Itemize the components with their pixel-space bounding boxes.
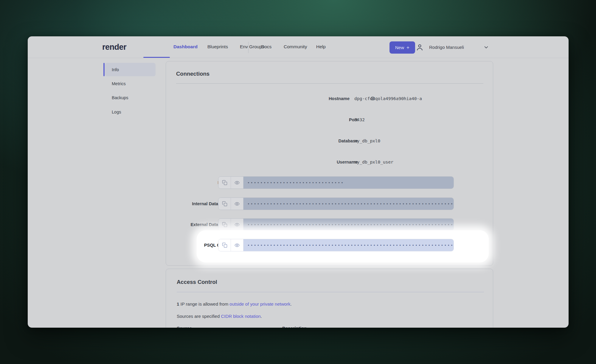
nav-link-docs[interactable]: Docs [261, 44, 271, 49]
cidr-notation-link[interactable]: CIDR block notation [221, 314, 260, 319]
copy-button[interactable] [218, 239, 231, 251]
render-logo[interactable]: render [102, 43, 126, 52]
field-label: Database [285, 139, 358, 143]
copy-button[interactable] [218, 198, 231, 210]
private-network-link[interactable]: outside of your private network [229, 301, 290, 307]
sidebar-item-label: Logs [112, 110, 121, 114]
nav-tab-dashboard[interactable]: Dashboard [173, 44, 198, 49]
psql-command-masked-value: ••••••••••••••••••••••••••••••••••••••••… [243, 239, 454, 251]
eye-icon-button[interactable] [231, 198, 243, 210]
field-label: Port [285, 117, 358, 122]
ip-range-text: 1 IP range is allowed from outside of yo… [177, 301, 292, 307]
copy-button[interactable] [218, 177, 231, 189]
nav-divider [248, 42, 249, 53]
field-value: 5432 [354, 117, 365, 122]
password-masked-value: •••••••••••••••••••••••••••••• [243, 177, 454, 189]
nav-tab-env-groups[interactable]: Env Groups [240, 44, 264, 49]
nav-link-help[interactable]: Help [316, 44, 326, 49]
psql-command-control: ••••••••••••••••••••••••••••••••••••••••… [218, 239, 454, 251]
field-value: dpg-cfd8qola4996a90hia40-a [354, 96, 422, 101]
eye-icon-button[interactable] [231, 239, 243, 251]
access-control-title: Access Control [177, 279, 217, 285]
user-icon [416, 43, 424, 51]
sidebar-item-label: Metrics [112, 81, 126, 86]
app-window: render Dashboard Blueprints Env Groups D… [28, 36, 569, 328]
nav-tab-blueprints[interactable]: Blueprints [207, 44, 228, 49]
sidebar-item-backups[interactable]: Backups [105, 91, 156, 104]
source-column-header: Source [177, 326, 192, 328]
user-menu-name[interactable]: Rodrigo Mansueli [429, 45, 464, 50]
plus-icon: + [406, 45, 409, 51]
new-button-label: New [395, 45, 404, 50]
field-value: my_db_pxl0_user [354, 160, 393, 164]
internal-url-masked-value: ••••••••••••••••••••••••••••••••••••••••… [243, 198, 454, 210]
nav-link-community[interactable]: Community [284, 44, 307, 49]
sources-text: Sources are specified CIDR block notatio… [177, 314, 262, 319]
desktop-background: { "nav": { "logo": "render", "links": [ … [0, 0, 596, 364]
eye-icon-button[interactable] [231, 219, 243, 231]
sidebar-item-logs[interactable]: Logs [105, 105, 156, 119]
active-tab-indicator [143, 57, 170, 58]
sidebar-active-indicator [103, 63, 105, 76]
external-url-masked-value: ••••••••••••••••••••••••••••••••••••••••… [243, 219, 454, 231]
sidebar-item-label: Info [112, 67, 119, 72]
new-button[interactable]: New+ [389, 41, 415, 54]
sidebar-item-label: Backups [112, 95, 128, 100]
top-navigation: render Dashboard Blueprints Env Groups D… [28, 36, 569, 58]
access-control-divider [177, 292, 484, 292]
external-url-control: ••••••••••••••••••••••••••••••••••••••••… [218, 218, 454, 231]
password-control: •••••••••••••••••••••••••••••• [218, 176, 454, 189]
chevron-down-icon[interactable] [484, 45, 489, 50]
description-column-header: Description [282, 326, 307, 328]
connections-divider [176, 83, 483, 84]
access-control-panel: Access Control 1 IP range is allowed fro… [166, 269, 493, 328]
connections-title: Connections [176, 71, 209, 77]
sidebar-item-metrics[interactable]: Metrics [105, 77, 156, 90]
eye-icon-button[interactable] [231, 177, 243, 189]
internal-url-control: ••••••••••••••••••••••••••••••••••••••••… [218, 197, 454, 210]
sidebar-item-info[interactable]: Info [105, 63, 156, 76]
field-label: Username [285, 160, 358, 164]
copy-button[interactable] [218, 219, 231, 231]
field-label: Hostname [277, 96, 350, 101]
field-value: my_db_pxl0 [354, 139, 380, 143]
